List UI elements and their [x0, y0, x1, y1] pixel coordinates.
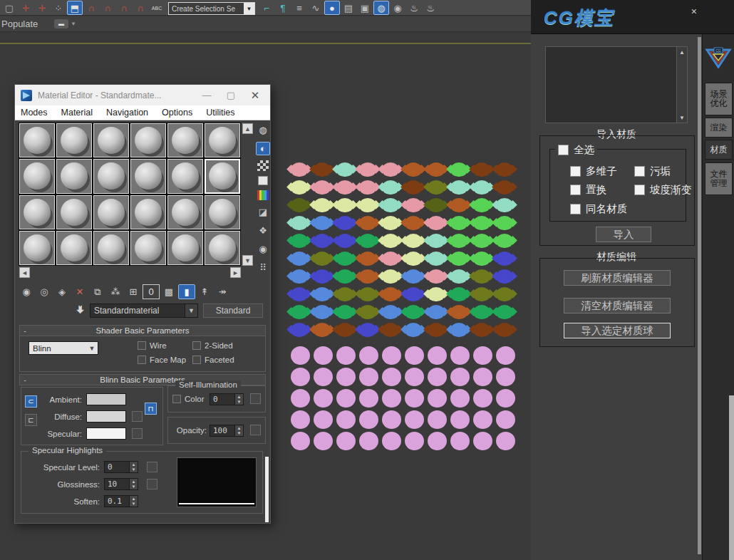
- scene-object-teapot[interactable]: [382, 287, 399, 301]
- scene-object-teapot[interactable]: [336, 162, 353, 177]
- scene-object-sphere[interactable]: [473, 346, 492, 365]
- scene-object-sphere[interactable]: [496, 346, 515, 365]
- render-setup-icon[interactable]: ▤: [341, 1, 356, 15]
- background-icon[interactable]: [257, 160, 269, 171]
- rollout-scrollbar[interactable]: [265, 457, 269, 522]
- scene-object-teapot[interactable]: [450, 305, 467, 319]
- import-button[interactable]: 导入: [596, 227, 651, 242]
- tab-material[interactable]: 材质: [705, 140, 733, 160]
- go-forward-to-sibling-icon[interactable]: ↠: [214, 284, 231, 299]
- make-material-copy-icon[interactable]: ⧉: [89, 284, 106, 299]
- specular-level-spinner[interactable]: 0 ▲▼: [104, 461, 138, 473]
- material-sample-slot[interactable]: [130, 123, 166, 157]
- scene-object-sphere[interactable]: [473, 410, 492, 429]
- opacity-spinner[interactable]: 100 ▲▼: [210, 425, 244, 437]
- scene-object-teapot[interactable]: [405, 323, 422, 337]
- scene-object-teapot[interactable]: [336, 180, 353, 195]
- material-sample-slot[interactable]: [167, 123, 203, 157]
- scene-object-teapot[interactable]: [496, 305, 513, 319]
- material-id-channel-icon[interactable]: 0: [143, 284, 160, 299]
- collapse-icon[interactable]: -: [20, 375, 30, 384]
- scene-object-teapot[interactable]: [473, 323, 490, 337]
- snap-toggle-icon[interactable]: ∩: [83, 1, 99, 15]
- scene-object-teapot[interactable]: [314, 162, 331, 177]
- menu-utilities[interactable]: Utilities: [206, 108, 234, 118]
- scene-object-teapot[interactable]: [428, 252, 445, 266]
- sample-type-icon[interactable]: ◍: [256, 123, 270, 137]
- scene-object-sphere[interactable]: [382, 368, 401, 386]
- layer-manager-icon[interactable]: ≡: [291, 1, 307, 15]
- scene-object-teapot[interactable]: [336, 269, 353, 284]
- scene-object-sphere[interactable]: [359, 346, 378, 365]
- material-type-button[interactable]: Standard: [203, 304, 263, 318]
- scene-object-sphere[interactable]: [473, 432, 492, 450]
- scene-object-sphere[interactable]: [291, 389, 310, 408]
- percent-snap-toggle-icon[interactable]: ∩: [116, 1, 132, 15]
- scene-object-teapot[interactable]: [336, 234, 353, 248]
- scene-object-teapot[interactable]: [291, 216, 308, 230]
- make-unique-icon[interactable]: ⁂: [107, 284, 124, 299]
- maximize-button[interactable]: ▢: [222, 90, 240, 100]
- scene-object-teapot[interactable]: [359, 269, 376, 284]
- scene-object-sphere[interactable]: [314, 368, 333, 386]
- material-sample-slot[interactable]: [167, 231, 203, 265]
- scene-object-teapot[interactable]: [314, 305, 331, 319]
- spinner-arrows[interactable]: ▲▼: [130, 478, 138, 490]
- select-and-rotate-icon[interactable]: ✛: [34, 1, 50, 15]
- scene-object-sphere[interactable]: [359, 368, 378, 386]
- scene-object-sphere[interactable]: [496, 410, 515, 429]
- scene-object-teapot[interactable]: [428, 180, 445, 195]
- select-and-placement-icon[interactable]: ⁘: [51, 1, 66, 15]
- scene-object-teapot[interactable]: [291, 162, 308, 177]
- sample-uv-tiling-icon[interactable]: [258, 176, 268, 185]
- scene-object-sphere[interactable]: [496, 389, 515, 408]
- angle-snap-toggle-icon[interactable]: ∩: [100, 1, 115, 15]
- scene-object-teapot[interactable]: [359, 305, 376, 319]
- scene-object-sphere[interactable]: [405, 368, 424, 386]
- scene-object-sphere[interactable]: [428, 389, 447, 408]
- faceted-checkbox[interactable]: Faceted: [192, 356, 234, 364]
- scene-object-teapot[interactable]: [405, 269, 422, 284]
- spinner-snap-toggle-icon[interactable]: ∩: [133, 1, 148, 15]
- scene-object-teapot[interactable]: [405, 305, 422, 319]
- scene-object-teapot[interactable]: [382, 234, 399, 248]
- create-selection-set-dropdown[interactable]: Create Selection Se ▼: [168, 2, 255, 15]
- material-sample-slot[interactable]: [19, 195, 55, 229]
- scene-object-sphere[interactable]: [382, 389, 401, 408]
- scene-object-teapot[interactable]: [291, 252, 308, 266]
- menu-navigation[interactable]: Navigation: [106, 108, 148, 118]
- material-name-field[interactable]: Standardmaterial ▼: [90, 304, 198, 318]
- material-sample-slot[interactable]: [56, 159, 92, 193]
- palette-scroll-down-icon[interactable]: ▼: [242, 255, 253, 266]
- palette-scroll-left-icon[interactable]: ◄: [19, 267, 30, 278]
- scene-object-teapot[interactable]: [405, 287, 422, 301]
- diffuse-map-button[interactable]: [132, 411, 143, 422]
- scene-object-teapot[interactable]: [450, 216, 467, 230]
- material-sample-slot[interactable]: [93, 195, 129, 229]
- scene-object-sphere[interactable]: [336, 346, 356, 365]
- specular-map-button[interactable]: [132, 428, 143, 439]
- scene-object-teapot[interactable]: [473, 269, 490, 284]
- multi-sub-checkbox[interactable]: 多维子: [570, 165, 617, 178]
- scene-object-teapot[interactable]: [450, 287, 467, 301]
- curve-editor-icon[interactable]: ∿: [308, 1, 324, 15]
- scene-object-teapot[interactable]: [496, 162, 513, 177]
- scene-object-teapot[interactable]: [382, 305, 399, 319]
- material-sample-slot[interactable]: [93, 123, 129, 157]
- ribbon-tab-populate[interactable]: Populate: [1, 19, 38, 29]
- scene-object-teapot[interactable]: [473, 305, 490, 319]
- face-map-checkbox[interactable]: Face Map: [138, 356, 186, 364]
- scroll-up-icon[interactable]: ▲: [677, 47, 687, 57]
- scroll-down-icon[interactable]: ▼: [677, 113, 687, 123]
- backlight-icon[interactable]: ◐: [256, 142, 270, 155]
- show-shaded-material-in-viewport-icon[interactable]: ▩: [160, 284, 177, 299]
- scene-object-sphere[interactable]: [405, 410, 424, 429]
- scene-object-teapot[interactable]: [405, 180, 422, 195]
- scene-object-teapot[interactable]: [314, 234, 331, 248]
- scene-object-sphere[interactable]: [336, 389, 356, 408]
- scene-object-teapot[interactable]: [314, 216, 331, 230]
- material-sample-slot[interactable]: [19, 231, 55, 265]
- scene-object-teapot[interactable]: [291, 180, 308, 195]
- spinner-arrows[interactable]: ▲▼: [235, 425, 244, 437]
- self-illum-color-checkbox[interactable]: Color: [172, 395, 204, 403]
